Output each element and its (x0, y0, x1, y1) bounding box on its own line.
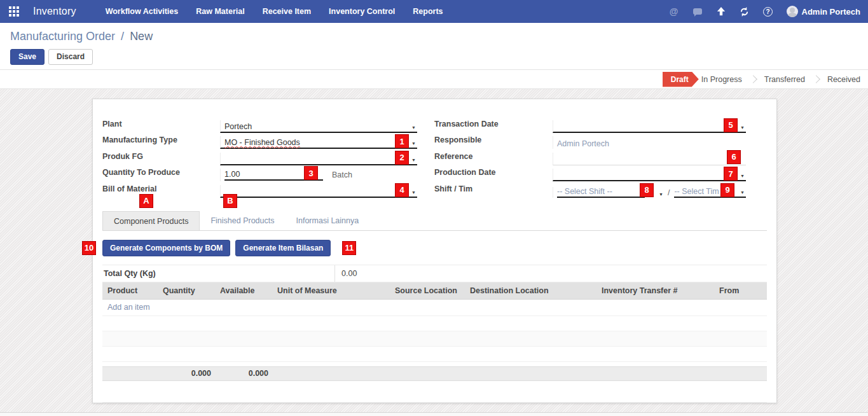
control-panel: Manufacturing Order / New Save Discard (0, 23, 868, 69)
chevron-down-icon[interactable]: ▼ (740, 125, 745, 130)
add-an-item-link[interactable]: Add an item (102, 303, 150, 312)
refresh-icon[interactable] (740, 6, 750, 17)
help-icon[interactable]: ? (763, 6, 773, 17)
annotation-badge-4: 4 (395, 183, 409, 197)
transaction-date-input[interactable]: 5 ▼ (553, 120, 746, 133)
total-qty-row: Total Qty (Kg) 0.00 (102, 265, 767, 282)
annotation-badge-1: 1 (395, 134, 409, 148)
avatar (787, 6, 798, 17)
shift-tim-wrap: -- Select Shift -- 8 ▼ / -- Select Tim -… (553, 187, 746, 198)
annotation-badge-b: B (223, 194, 237, 208)
manufacturing-type-select[interactable]: MO - Finished Goods 1 ▼ (220, 136, 417, 149)
plant-select[interactable]: Portech ▼ (220, 120, 417, 133)
top-navbar: Inventory Workflow Activities Raw Materi… (0, 0, 868, 23)
annotation-badge-5: 5 (724, 118, 738, 132)
app-title: Inventory (33, 6, 76, 17)
menu-reports[interactable]: Reports (413, 7, 443, 16)
status-received[interactable]: Received (827, 75, 860, 84)
shift-placeholder: -- Select Shift -- (557, 187, 612, 196)
shift-tim-separator: / (668, 188, 670, 197)
reference-input[interactable]: 6 (553, 153, 746, 165)
status-in-progress[interactable]: In Progress (701, 75, 742, 84)
production-date-label: Production Date (434, 168, 553, 178)
annotation-badge-a: A (139, 194, 153, 208)
tab-informasi-lainnya[interactable]: Informasi Lainnya (286, 211, 370, 230)
production-date-input[interactable]: 7 ▼ (553, 169, 746, 181)
tab-component-products[interactable]: Component Products (102, 211, 200, 230)
empty-row (102, 331, 767, 347)
manufacturing-type-value: MO - Finished Goods (224, 138, 300, 147)
produk-fg-select[interactable]: 2 ▼ (220, 153, 417, 165)
statusbar: Draft In Progress Transferred Received (0, 69, 868, 89)
upload-arrow-icon[interactable] (716, 6, 726, 17)
bottom-bar (0, 412, 868, 416)
tab-finished-products[interactable]: Finished Products (200, 211, 285, 230)
quantity-wrap: 1.00 3 Batch (220, 169, 417, 181)
chevron-down-icon[interactable]: ▼ (411, 158, 416, 162)
discard-button[interactable]: Discard (48, 49, 93, 65)
main-menu: Workflow Activities Raw Material Receive… (106, 7, 443, 16)
breadcrumb-parent-link[interactable]: Manufacturing Order (10, 30, 115, 43)
col-inventory-transfer: Inventory Transfer # (596, 286, 714, 295)
quantity-input[interactable]: 1.00 3 (224, 170, 323, 181)
menu-receive-item[interactable]: Receive Item (263, 7, 311, 16)
status-draft[interactable]: Draft (663, 72, 699, 87)
sheet-tail-divider (102, 390, 767, 403)
generate-buttons-row: 10 Generate Components by BOM Generate I… (102, 240, 767, 256)
quantity-value: 1.00 (224, 170, 240, 179)
field-production-date: Production Date 7 ▼ (434, 165, 746, 182)
annotation-badge-9: 9 (720, 183, 734, 197)
menu-inventory-control[interactable]: Inventory Control (329, 7, 395, 16)
field-transaction-date: Transaction Date 5 ▼ (434, 116, 746, 133)
form-right-column: Transaction Date 5 ▼ Responsible Admin P… (434, 116, 746, 198)
save-button[interactable]: Save (10, 49, 45, 65)
user-name: Admin Portech (802, 7, 860, 17)
col-unit-of-measure: Unit of Measure (272, 286, 390, 295)
total-qty-value: 0.00 (334, 265, 767, 282)
dropdown-caret-icon[interactable]: ▼ (659, 192, 663, 197)
uom-label: Batch (332, 170, 352, 181)
col-destination-location: Destination Location (465, 286, 596, 295)
quantity-to-produce-label: Quantity To Produce (102, 168, 220, 178)
plant-label: Plant (102, 120, 220, 130)
col-available: Available (215, 286, 272, 295)
shift-tim-label: Shift / Tim (434, 184, 553, 195)
generate-components-by-bom-button[interactable]: Generate Components by BOM (102, 240, 230, 256)
col-from: From (714, 286, 767, 295)
form-left-column: Plant Portech ▼ Manufacturing Type MO - … (102, 116, 417, 198)
chevron-down-icon[interactable]: ▼ (740, 174, 745, 178)
chevron-down-icon[interactable]: ▼ (411, 125, 416, 130)
field-shift-tim: Shift / Tim -- Select Shift -- 8 ▼ / -- … (434, 181, 746, 198)
menu-workflow-activities[interactable]: Workflow Activities (106, 7, 179, 16)
annotation-badge-2: 2 (395, 151, 409, 165)
annotation-badge-6: 6 (727, 150, 741, 164)
status-chevron-icon (749, 75, 757, 83)
mentions-icon[interactable]: @ (669, 6, 679, 17)
messages-icon[interactable] (692, 6, 703, 17)
user-menu[interactable]: Admin Portech (787, 6, 860, 17)
col-quantity: Quantity (158, 286, 215, 295)
field-reference: Reference 6 (434, 149, 746, 165)
generate-item-bilasan-button[interactable]: Generate Item Bilasan (235, 240, 331, 256)
chevron-down-icon[interactable]: ▼ (411, 141, 416, 146)
breadcrumb-current: New (130, 30, 153, 43)
bill-of-material-select[interactable]: 4 ▼ (220, 185, 417, 198)
status-transferred[interactable]: Transferred (764, 75, 805, 84)
notebook-tabs: A B Component Products Finished Products… (102, 211, 767, 231)
menu-raw-material[interactable]: Raw Material (196, 7, 244, 16)
total-qty-label: Total Qty (Kg) (102, 269, 334, 278)
breadcrumb-separator: / (121, 30, 124, 43)
chevron-down-icon[interactable]: ▼ (411, 190, 416, 195)
col-source-location: Source Location (390, 286, 465, 295)
shift-select[interactable]: -- Select Shift -- 8 (557, 187, 645, 198)
content-area: Plant Portech ▼ Manufacturing Type MO - … (0, 89, 868, 415)
plant-value: Portech (224, 122, 252, 131)
field-responsible: Responsible Admin Portech (434, 133, 746, 149)
apps-grid-icon[interactable] (9, 6, 19, 17)
tim-select[interactable]: -- Select Tim -- 9 ▼ (674, 187, 746, 198)
control-buttons: Save Discard (10, 49, 858, 65)
transaction-date-label: Transaction Date (434, 120, 553, 130)
components-table-header: Product Quantity Available Unit of Measu… (102, 282, 767, 300)
quantity-total: 0.000 (158, 369, 215, 378)
chevron-down-icon[interactable]: ▼ (740, 190, 745, 195)
